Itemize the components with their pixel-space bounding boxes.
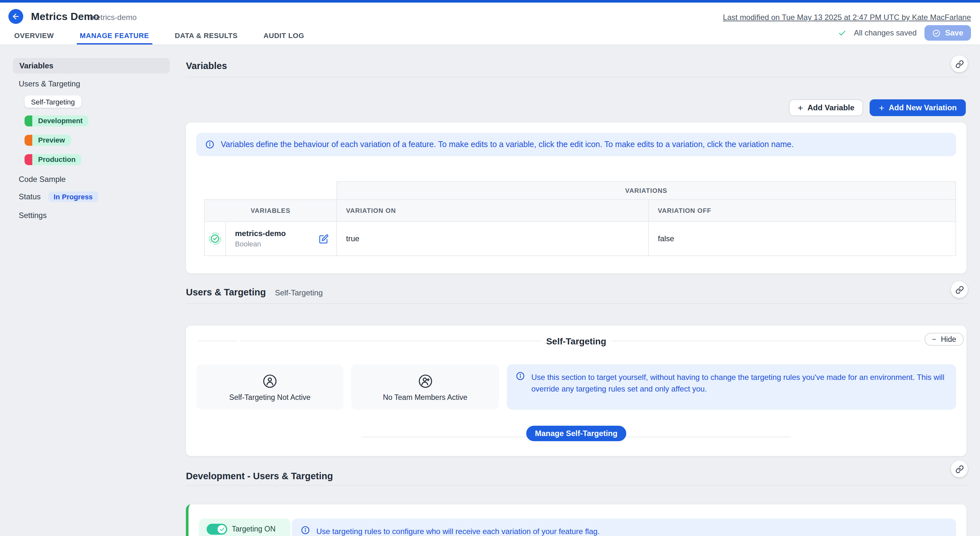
check-circle-icon: [932, 29, 940, 37]
users-targeting-title: Users & Targeting: [186, 287, 266, 297]
sidebar-item-code-sample[interactable]: Code Sample: [19, 175, 65, 184]
section-link-button[interactable]: [951, 56, 968, 72]
env-label: Development: [32, 116, 88, 127]
self-targeting-status-label: Self-Targeting Not Active: [229, 393, 310, 401]
info-icon: [205, 140, 214, 149]
column-header-variables: VARIABLES: [204, 200, 337, 222]
minus-icon: −: [932, 335, 936, 343]
targeting-status-box: Targeting ON: [199, 519, 291, 536]
table-row: metrics-demo Boolean true false: [204, 222, 956, 256]
sidebar-item-env-development[interactable]: Development: [24, 116, 88, 127]
section-title-variables: Variables: [186, 60, 227, 71]
arrow-left-icon: [12, 12, 20, 21]
tab-data-results[interactable]: DATA & RESULTS: [172, 28, 241, 44]
team-members-status-label: No Team Members Active: [383, 393, 468, 401]
top-accent-bar: [0, 0, 980, 3]
targeting-on-label: Targeting ON: [232, 524, 276, 535]
save-cluster: All changes saved Save: [838, 25, 971, 41]
development-info-banner: Use targeting rules to configure who wil…: [292, 519, 956, 536]
section-link-button[interactable]: [951, 281, 968, 298]
variation-off-value: false: [649, 222, 956, 256]
manage-self-targeting-button[interactable]: Manage Self-Targeting: [526, 426, 627, 441]
section-divider: [186, 303, 970, 304]
hide-label: Hide: [941, 335, 956, 343]
team-members-status-box: No Team Members Active: [351, 365, 499, 409]
section-divider: [186, 77, 970, 78]
app-header: Metrics Demo metrics-demo Last modified …: [0, 3, 980, 45]
self-targeting-banner-text: Use this section to target yourself, wit…: [531, 371, 947, 395]
targeting-toggle[interactable]: [207, 524, 227, 535]
sidebar-item-env-preview[interactable]: Preview: [24, 135, 71, 146]
sidebar-status-row: Status In Progress: [19, 192, 98, 202]
add-new-variation-button[interactable]: + Add New Variation: [870, 99, 966, 116]
variable-name: metrics-demo: [235, 228, 286, 239]
info-icon: [516, 371, 525, 381]
feature-key: metrics-demo: [90, 13, 137, 22]
link-icon: [955, 60, 964, 68]
variables-info-banner: Variables define the behaviour of each v…: [196, 133, 956, 156]
column-header-variation-off: VARIATION OFF: [649, 200, 956, 222]
edit-variable-icon[interactable]: [319, 234, 329, 244]
self-targeting-title: Self-Targeting: [186, 336, 966, 346]
section-divider: [186, 485, 970, 486]
link-icon: [955, 285, 964, 294]
saved-status-text: All changes saved: [854, 29, 917, 37]
user-plus-icon: [417, 373, 433, 389]
table-corner-spacer: [204, 182, 337, 200]
variation-on-value: true: [337, 222, 649, 256]
variables-table: VARIATIONS VARIABLES VARIATION ON VARIAT…: [204, 181, 956, 256]
plus-icon: +: [879, 103, 884, 113]
env-label: Preview: [32, 135, 71, 146]
variables-card: Variables define the behaviour of each v…: [186, 122, 966, 273]
variations-group-header: VARIATIONS: [337, 182, 956, 200]
last-modified-link[interactable]: Last modified on Tue May 13 2025 at 2:47…: [723, 13, 971, 22]
section-link-button[interactable]: [951, 460, 968, 477]
status-label: Status: [19, 192, 41, 201]
development-banner-text: Use targeting rules to configure who wil…: [317, 526, 600, 536]
add-variable-button[interactable]: + Add Variable: [789, 99, 864, 116]
section-title-development: Development - Users & Targeting: [186, 471, 333, 481]
save-button[interactable]: Save: [924, 25, 971, 41]
column-header-variation-on: VARIATION ON: [337, 200, 649, 222]
check-icon: [838, 29, 846, 37]
user-icon: [262, 373, 278, 389]
page-title: Metrics Demo: [31, 11, 99, 22]
tab-bar: OVERVIEW MANAGE FEATURE DATA & RESULTS A…: [11, 28, 308, 44]
add-variable-label: Add Variable: [808, 103, 854, 112]
status-badge[interactable]: In Progress: [48, 192, 98, 202]
env-color-swatch: [24, 135, 32, 146]
users-targeting-subtitle: Self-Targeting: [275, 288, 323, 297]
self-targeting-status-box: Self-Targeting Not Active: [196, 365, 344, 409]
variable-type-icon: [205, 222, 226, 255]
sidebar-item-self-targeting[interactable]: Self-Targeting: [24, 95, 81, 108]
hide-button[interactable]: − Hide: [924, 333, 964, 346]
tab-audit-log[interactable]: AUDIT LOG: [260, 28, 307, 44]
variables-actions: + Add Variable + Add New Variation: [789, 99, 966, 116]
plus-icon: +: [798, 103, 803, 113]
sidebar-item-variables[interactable]: Variables: [13, 58, 170, 73]
sidebar-item-settings[interactable]: Settings: [19, 211, 47, 220]
development-targeting-card: Targeting ON Use targeting rules to conf…: [186, 504, 966, 536]
back-button[interactable]: [8, 9, 23, 24]
toggle-knob-check-icon: [218, 525, 226, 533]
section-title-users-targeting: Users & TargetingSelf-Targeting: [186, 287, 323, 297]
env-color-swatch: [24, 116, 32, 127]
add-new-variation-label: Add New Variation: [889, 103, 957, 112]
self-targeting-info-banner: Use this section to target yourself, wit…: [507, 365, 956, 409]
variables-banner-text: Variables define the behaviour of each v…: [221, 138, 794, 151]
tab-overview[interactable]: OVERVIEW: [11, 28, 57, 44]
env-color-swatch: [24, 154, 32, 165]
sidebar-item-users-targeting[interactable]: Users & Targeting: [19, 79, 80, 88]
link-icon: [955, 465, 964, 473]
tab-manage-feature[interactable]: MANAGE FEATURE: [76, 28, 152, 44]
info-icon: [301, 526, 310, 535]
variable-type: Boolean: [235, 239, 286, 249]
save-button-label: Save: [945, 29, 963, 37]
env-label: Production: [32, 154, 81, 165]
app-window: Metrics Demo metrics-demo Last modified …: [0, 0, 980, 536]
main-content: Variables + Add Variable + Add New Varia…: [186, 45, 970, 536]
sidebar-item-env-production[interactable]: Production: [24, 154, 81, 165]
self-targeting-card: Self-Targeting − Hide Self-Targeting Not…: [186, 326, 966, 456]
